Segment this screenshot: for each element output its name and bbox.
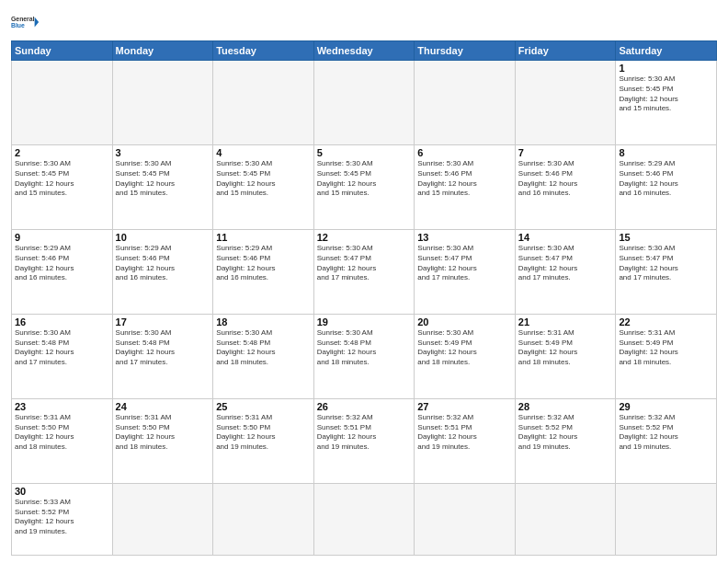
calendar-week-row: 16Sunrise: 5:30 AM Sunset: 5:48 PM Dayli… xyxy=(12,314,717,398)
column-header-friday: Friday xyxy=(515,41,616,61)
day-number: 30 xyxy=(15,486,109,497)
day-number: 29 xyxy=(619,401,713,412)
calendar-cell: 20Sunrise: 5:30 AM Sunset: 5:49 PM Dayli… xyxy=(415,314,516,398)
day-info: Sunrise: 5:30 AM Sunset: 5:48 PM Dayligh… xyxy=(317,328,412,368)
calendar-cell: 19Sunrise: 5:30 AM Sunset: 5:48 PM Dayli… xyxy=(313,314,415,398)
column-header-tuesday: Tuesday xyxy=(213,41,314,61)
day-number: 2 xyxy=(15,147,109,158)
calendar-cell: 10Sunrise: 5:29 AM Sunset: 5:46 PM Dayli… xyxy=(112,229,213,314)
column-header-thursday: Thursday xyxy=(415,41,516,61)
day-number: 4 xyxy=(216,147,311,158)
calendar-cell: 26Sunrise: 5:32 AM Sunset: 5:51 PM Dayli… xyxy=(313,398,415,483)
calendar-cell xyxy=(213,61,314,145)
day-number: 14 xyxy=(518,232,613,243)
calendar-cell xyxy=(313,61,415,145)
calendar-cell xyxy=(515,483,616,555)
day-number: 24 xyxy=(116,401,210,412)
calendar-cell xyxy=(112,483,213,555)
calendar-cell: 25Sunrise: 5:31 AM Sunset: 5:50 PM Dayli… xyxy=(213,398,314,483)
calendar-cell xyxy=(415,61,516,145)
calendar-cell: 2Sunrise: 5:30 AM Sunset: 5:45 PM Daylig… xyxy=(12,144,113,229)
day-number: 26 xyxy=(317,401,412,412)
day-number: 19 xyxy=(317,316,412,327)
svg-text:Blue: Blue xyxy=(11,22,25,29)
calendar-cell: 28Sunrise: 5:32 AM Sunset: 5:52 PM Dayli… xyxy=(515,398,616,483)
calendar-cell xyxy=(112,61,213,145)
calendar-week-row: 2Sunrise: 5:30 AM Sunset: 5:45 PM Daylig… xyxy=(12,144,717,229)
day-number: 11 xyxy=(216,232,311,243)
day-info: Sunrise: 5:31 AM Sunset: 5:49 PM Dayligh… xyxy=(518,328,613,368)
calendar-cell xyxy=(313,483,415,555)
day-info: Sunrise: 5:30 AM Sunset: 5:49 PM Dayligh… xyxy=(417,328,512,368)
day-number: 23 xyxy=(15,401,109,412)
day-info: Sunrise: 5:30 AM Sunset: 5:45 PM Dayligh… xyxy=(216,159,311,199)
day-info: Sunrise: 5:29 AM Sunset: 5:46 PM Dayligh… xyxy=(15,244,109,283)
day-number: 3 xyxy=(116,147,210,158)
day-info: Sunrise: 5:30 AM Sunset: 5:46 PM Dayligh… xyxy=(518,159,613,199)
calendar-cell: 5Sunrise: 5:30 AM Sunset: 5:45 PM Daylig… xyxy=(313,144,415,229)
day-number: 18 xyxy=(216,316,311,327)
day-info: Sunrise: 5:30 AM Sunset: 5:48 PM Dayligh… xyxy=(116,328,210,368)
calendar-cell: 27Sunrise: 5:32 AM Sunset: 5:51 PM Dayli… xyxy=(415,398,516,483)
svg-marker-2 xyxy=(35,17,40,28)
calendar-cell: 17Sunrise: 5:30 AM Sunset: 5:48 PM Dayli… xyxy=(112,314,213,398)
header: GeneralBlue xyxy=(11,9,717,35)
day-number: 12 xyxy=(317,232,412,243)
calendar-cell xyxy=(12,61,113,145)
calendar-cell: 11Sunrise: 5:29 AM Sunset: 5:46 PM Dayli… xyxy=(213,229,314,314)
calendar-cell xyxy=(213,483,314,555)
day-number: 5 xyxy=(317,147,412,158)
day-number: 28 xyxy=(518,401,613,412)
calendar-cell xyxy=(415,483,516,555)
day-info: Sunrise: 5:30 AM Sunset: 5:45 PM Dayligh… xyxy=(619,75,713,114)
calendar-week-row: 9Sunrise: 5:29 AM Sunset: 5:46 PM Daylig… xyxy=(12,229,717,314)
day-info: Sunrise: 5:30 AM Sunset: 5:45 PM Dayligh… xyxy=(15,159,109,199)
day-number: 27 xyxy=(417,401,512,412)
calendar-page: GeneralBlue SundayMondayTuesdayWednesday… xyxy=(0,0,728,563)
day-info: Sunrise: 5:29 AM Sunset: 5:46 PM Dayligh… xyxy=(619,159,713,199)
day-number: 16 xyxy=(15,316,109,327)
day-info: Sunrise: 5:30 AM Sunset: 5:47 PM Dayligh… xyxy=(619,244,713,283)
calendar-cell: 16Sunrise: 5:30 AM Sunset: 5:48 PM Dayli… xyxy=(12,314,113,398)
day-number: 6 xyxy=(417,147,512,158)
day-info: Sunrise: 5:32 AM Sunset: 5:52 PM Dayligh… xyxy=(619,413,713,453)
calendar-header-row: SundayMondayTuesdayWednesdayThursdayFrid… xyxy=(12,41,717,61)
column-header-wednesday: Wednesday xyxy=(313,41,415,61)
column-header-monday: Monday xyxy=(112,41,213,61)
day-info: Sunrise: 5:31 AM Sunset: 5:49 PM Dayligh… xyxy=(619,328,713,368)
calendar-cell: 30Sunrise: 5:33 AM Sunset: 5:52 PM Dayli… xyxy=(12,483,113,555)
day-info: Sunrise: 5:30 AM Sunset: 5:47 PM Dayligh… xyxy=(417,244,512,283)
day-info: Sunrise: 5:29 AM Sunset: 5:46 PM Dayligh… xyxy=(216,244,311,283)
svg-text:General: General xyxy=(11,16,35,22)
calendar-cell xyxy=(515,61,616,145)
day-number: 22 xyxy=(619,316,713,327)
calendar-cell: 21Sunrise: 5:31 AM Sunset: 5:49 PM Dayli… xyxy=(515,314,616,398)
day-number: 1 xyxy=(619,63,713,74)
calendar-cell: 22Sunrise: 5:31 AM Sunset: 5:49 PM Dayli… xyxy=(616,314,717,398)
calendar-cell: 9Sunrise: 5:29 AM Sunset: 5:46 PM Daylig… xyxy=(12,229,113,314)
calendar-cell: 24Sunrise: 5:31 AM Sunset: 5:50 PM Dayli… xyxy=(112,398,213,483)
day-number: 10 xyxy=(116,232,210,243)
day-number: 21 xyxy=(518,316,613,327)
calendar-week-row: 23Sunrise: 5:31 AM Sunset: 5:50 PM Dayli… xyxy=(12,398,717,483)
day-info: Sunrise: 5:30 AM Sunset: 5:48 PM Dayligh… xyxy=(216,328,311,368)
day-number: 25 xyxy=(216,401,311,412)
calendar-cell: 3Sunrise: 5:30 AM Sunset: 5:45 PM Daylig… xyxy=(112,144,213,229)
day-info: Sunrise: 5:30 AM Sunset: 5:45 PM Dayligh… xyxy=(116,159,210,199)
day-info: Sunrise: 5:31 AM Sunset: 5:50 PM Dayligh… xyxy=(15,413,109,453)
day-number: 13 xyxy=(417,232,512,243)
day-info: Sunrise: 5:30 AM Sunset: 5:48 PM Dayligh… xyxy=(15,328,109,368)
logo-icon: GeneralBlue xyxy=(11,9,40,35)
day-number: 17 xyxy=(116,316,210,327)
column-header-saturday: Saturday xyxy=(616,41,717,61)
day-info: Sunrise: 5:30 AM Sunset: 5:45 PM Dayligh… xyxy=(317,159,412,199)
calendar-cell: 6Sunrise: 5:30 AM Sunset: 5:46 PM Daylig… xyxy=(415,144,516,229)
calendar-table: SundayMondayTuesdayWednesdayThursdayFrid… xyxy=(11,40,717,556)
calendar-week-row: 1Sunrise: 5:30 AM Sunset: 5:45 PM Daylig… xyxy=(12,61,717,145)
day-number: 15 xyxy=(619,232,713,243)
calendar-cell: 8Sunrise: 5:29 AM Sunset: 5:46 PM Daylig… xyxy=(616,144,717,229)
calendar-cell: 29Sunrise: 5:32 AM Sunset: 5:52 PM Dayli… xyxy=(616,398,717,483)
calendar-cell: 18Sunrise: 5:30 AM Sunset: 5:48 PM Dayli… xyxy=(213,314,314,398)
day-info: Sunrise: 5:32 AM Sunset: 5:51 PM Dayligh… xyxy=(417,413,512,453)
calendar-cell: 4Sunrise: 5:30 AM Sunset: 5:45 PM Daylig… xyxy=(213,144,314,229)
